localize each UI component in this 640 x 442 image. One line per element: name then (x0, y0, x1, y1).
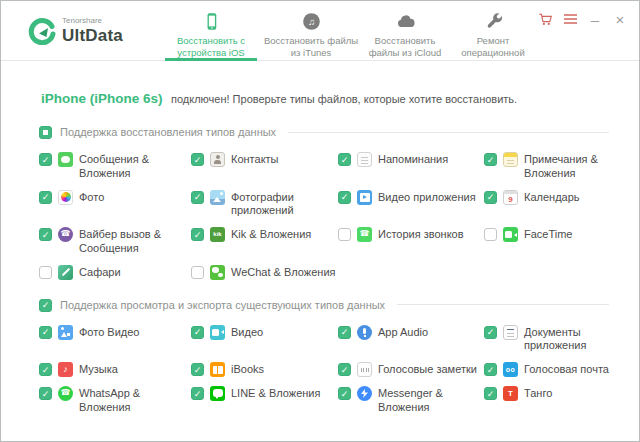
tab-wrench[interactable]: Ремонт операционной (449, 1, 537, 60)
file-type-item: iBooks (191, 362, 338, 377)
item-checkbox[interactable] (338, 326, 351, 339)
item-label: Контакты (231, 152, 279, 167)
tab-itunes[interactable]: ♫ Восстановить файлы из iTunes (261, 1, 361, 60)
window-controls: –× (537, 1, 640, 60)
file-type-item: Календарь (484, 190, 609, 219)
item-checkbox[interactable] (484, 387, 497, 400)
tab-iphone[interactable]: Восстановить с устройства iOS (161, 1, 261, 60)
main-content: iPhone (iPhone 6s) подключен! Проверьте … (1, 61, 639, 442)
menu-button[interactable] (562, 11, 578, 27)
file-type-item: Голосовая почта (484, 362, 609, 377)
item-label: Голосовые заметки (378, 362, 477, 377)
item-label: WhatsApp & Вложения (79, 386, 191, 415)
section-title: Поддержка восстановления типов данных (60, 126, 276, 138)
item-label: Видео приложения (378, 190, 476, 205)
item-checkbox[interactable] (191, 266, 204, 279)
item-checkbox[interactable] (338, 191, 351, 204)
item-checkbox[interactable] (484, 153, 497, 166)
file-type-item: Документы приложения (484, 325, 609, 354)
file-type-item: Фото (39, 190, 191, 219)
item-checkbox[interactable] (338, 387, 351, 400)
tango-icon (503, 386, 518, 401)
item-checkbox[interactable] (191, 326, 204, 339)
item-label: Сафари (79, 265, 121, 280)
reminders-icon (357, 152, 372, 167)
wechat-icon (210, 265, 225, 280)
file-type-item: Танго (484, 386, 609, 415)
app-audio-icon (357, 325, 372, 340)
file-type-grid: Фото Видео Видео App Audio Документы при… (31, 325, 609, 415)
item-checkbox[interactable] (484, 228, 497, 241)
svg-text:♫: ♫ (307, 16, 314, 27)
item-label: История звонков (378, 227, 464, 242)
item-checkbox[interactable] (39, 191, 52, 204)
music-icon (58, 362, 73, 377)
brand-company: Tenorshare (62, 17, 123, 25)
close-button[interactable]: × (612, 11, 628, 27)
item-label: Вайбер вызов & Сообщения (79, 227, 191, 256)
item-checkbox[interactable] (39, 228, 52, 241)
section-divider (397, 304, 609, 305)
item-checkbox[interactable] (39, 153, 52, 166)
itunes-icon: ♫ (302, 10, 321, 32)
minimize-button[interactable]: – (587, 11, 603, 27)
item-label: iBooks (231, 362, 264, 377)
ultdata-logo-icon (28, 17, 56, 45)
item-checkbox[interactable] (39, 266, 52, 279)
file-type-item: FaceTime (484, 227, 609, 256)
item-label: Танго (524, 386, 552, 401)
minimize-icon: – (587, 11, 603, 27)
file-type-item: Фотографии приложений (191, 190, 338, 219)
device-name: iPhone (iPhone 6s) (41, 91, 163, 106)
item-label: LINE & Вложения (231, 386, 320, 401)
item-label: Фото Видео (79, 325, 139, 340)
file-type-item: LINE & Вложения (191, 386, 338, 415)
file-type-item: Музыка (39, 362, 191, 377)
whatsapp-icon (58, 386, 73, 401)
file-type-item: WhatsApp & Вложения (39, 386, 191, 415)
item-checkbox[interactable] (191, 387, 204, 400)
ultdata-window: Tenorshare UltData Восстановить с устрой… (0, 0, 640, 442)
item-label: Документы приложения (524, 325, 609, 354)
item-checkbox[interactable] (191, 191, 204, 204)
section-checkbox[interactable] (39, 126, 52, 139)
file-type-item: Видео приложения (338, 190, 484, 219)
app-docs-icon (503, 325, 518, 340)
item-checkbox[interactable] (338, 153, 351, 166)
section-1: Поддержка восстановления типов данных Со… (31, 125, 609, 280)
item-label: FaceTime (524, 227, 573, 242)
file-type-item: История звонков (338, 227, 484, 256)
item-checkbox[interactable] (484, 191, 497, 204)
item-label: Напоминания (378, 152, 448, 167)
tab-icloud[interactable]: Восстановить файлы из iCloud (361, 1, 449, 60)
item-label: WeChat & Вложения (231, 265, 336, 280)
cart-button[interactable] (537, 11, 553, 27)
item-checkbox[interactable] (484, 363, 497, 376)
file-type-item: Примечания & Вложения (484, 152, 609, 181)
kik-icon (210, 227, 225, 242)
section-checkbox[interactable] (39, 299, 52, 312)
file-type-item: Контакты (191, 152, 338, 181)
video-icon (210, 325, 225, 340)
item-checkbox[interactable] (39, 363, 52, 376)
brand-logo: Tenorshare UltData (1, 1, 161, 60)
iphone-icon (202, 10, 221, 32)
status-line: iPhone (iPhone 6s) подключен! Проверьте … (31, 89, 609, 107)
item-checkbox[interactable] (191, 363, 204, 376)
contacts-icon (210, 152, 225, 167)
file-type-item: WeChat & Вложения (191, 265, 338, 280)
brand-product: UltData (62, 26, 123, 45)
photo-video-icon (58, 325, 73, 340)
item-checkbox[interactable] (39, 326, 52, 339)
viber-icon (58, 227, 73, 242)
app-header: Tenorshare UltData Восстановить с устрой… (1, 1, 639, 61)
item-checkbox[interactable] (338, 228, 351, 241)
item-checkbox[interactable] (39, 387, 52, 400)
close-icon: × (612, 11, 628, 27)
item-label: Сообщения & Вложения (79, 152, 191, 181)
item-checkbox[interactable] (191, 153, 204, 166)
item-checkbox[interactable] (191, 228, 204, 241)
item-checkbox[interactable] (484, 326, 497, 339)
item-checkbox[interactable] (338, 363, 351, 376)
wrench-icon (484, 10, 503, 32)
